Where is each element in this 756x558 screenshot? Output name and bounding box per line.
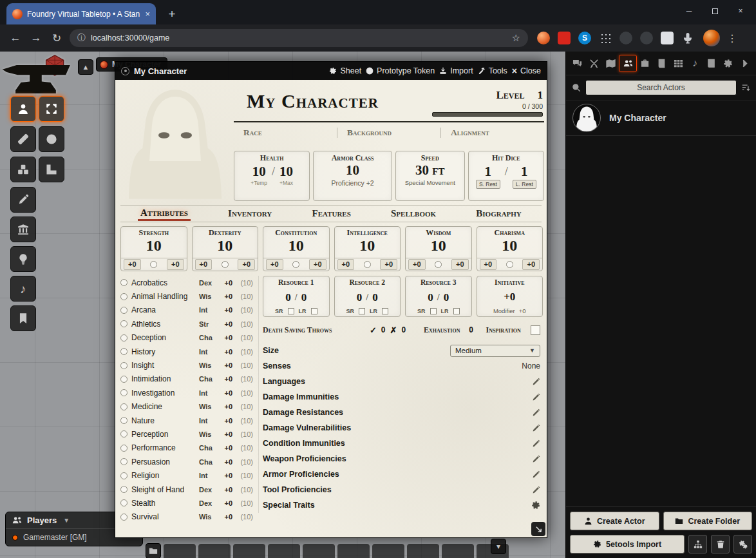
drawings-layer-button[interactable] <box>10 187 36 213</box>
long-rest-button[interactable]: L. Rest <box>513 180 536 189</box>
skill-row[interactable]: StealthDex+0(10) <box>120 496 253 510</box>
macro-slot[interactable] <box>303 544 335 558</box>
save-proficiency-radio[interactable] <box>506 261 513 268</box>
skill-row[interactable]: InsightWis+0(10) <box>120 358 253 372</box>
tab-settings[interactable] <box>720 55 737 72</box>
macro-slot[interactable] <box>164 544 196 558</box>
tab-combat[interactable] <box>586 55 603 72</box>
lr-checkbox[interactable] <box>311 308 317 314</box>
resource-1-box[interactable]: Resource 1 0/0 SRLR <box>263 276 330 317</box>
hotbar-page-button[interactable]: ▾ <box>491 539 506 554</box>
window-close-button[interactable]: × <box>728 1 753 21</box>
browser-menu-icon[interactable]: ⋮ <box>724 32 741 44</box>
tab-attributes[interactable]: Attributes <box>138 207 191 221</box>
tiles-layer-button[interactable] <box>10 157 36 182</box>
proficiency-radio[interactable] <box>120 403 128 410</box>
resource-2-box[interactable]: Resource 2 0/0 SRLR <box>334 276 401 317</box>
edit-trait-button[interactable] <box>532 486 543 494</box>
new-tab-button[interactable]: + <box>164 6 180 23</box>
edit-trait-button[interactable] <box>532 393 543 401</box>
proficiency-radio[interactable] <box>120 514 128 521</box>
proficiency-radio[interactable] <box>120 458 128 465</box>
hit-dice-box[interactable]: Hit Dice 1S. Rest / 1L. Rest <box>468 151 544 201</box>
size-select[interactable]: Medium▼ <box>450 345 540 357</box>
save-proficiency-radio[interactable] <box>435 261 442 268</box>
template-tool-button[interactable] <box>39 126 64 152</box>
skill-row[interactable]: HistoryInt+0(10) <box>120 345 253 358</box>
hd-current[interactable]: 1 <box>485 164 492 178</box>
tab-biography[interactable]: Biography <box>473 207 524 220</box>
create-actor-button[interactable]: Create Actor <box>570 512 659 530</box>
actor-list-item[interactable]: My Character <box>566 101 756 136</box>
skill-row[interactable]: ArcanaInt+0(10) <box>120 303 253 317</box>
tab-inventory[interactable]: Inventory <box>225 207 274 220</box>
sr-checkbox[interactable] <box>288 308 294 314</box>
search-actors-input[interactable] <box>585 80 737 95</box>
tab-actors[interactable] <box>619 55 637 72</box>
ability-constitution[interactable]: Constitution 10 +0+0 <box>263 226 330 271</box>
edit-trait-button[interactable] <box>532 455 543 463</box>
browser-tab[interactable]: Foundry Virtual Tabletop • A Stan × <box>6 3 156 24</box>
tab-features[interactable]: Features <box>310 207 354 220</box>
resource-3-box[interactable]: Resource 3 0/0 SRLR <box>405 276 472 317</box>
tab-compendium[interactable] <box>703 55 720 72</box>
skill-row[interactable]: SurvivalWis+0(10) <box>120 510 253 524</box>
settings-gears-button[interactable] <box>733 535 752 553</box>
ability-strength[interactable]: Strength 10 +0+0 <box>120 226 187 271</box>
health-box[interactable]: Health 10+Temp / 10+Max <box>234 151 310 201</box>
skill-row[interactable]: AcrobaticsDex+0(10) <box>120 276 253 289</box>
hp-tempmax-label[interactable]: +Max <box>279 180 293 186</box>
macro-slot[interactable] <box>442 544 474 558</box>
walls-layer-button[interactable] <box>10 216 36 242</box>
ability-intelligence[interactable]: Intelligence 10 +0+0 <box>334 226 401 271</box>
level-value[interactable]: 1 <box>538 89 543 102</box>
proficiency-radio[interactable] <box>120 320 128 327</box>
sort-filter-icon[interactable] <box>741 83 750 92</box>
select-tool-button[interactable] <box>39 96 64 122</box>
sr-checkbox[interactable] <box>359 308 365 314</box>
reload-button[interactable]: ↻ <box>46 32 67 45</box>
window-resize-handle[interactable] <box>531 522 545 536</box>
tab-journal[interactable] <box>654 55 670 72</box>
skill-row[interactable]: NatureInt+0(10) <box>120 414 253 427</box>
delete-button[interactable] <box>711 535 730 553</box>
hp-max[interactable]: 10 <box>279 164 293 178</box>
microphone-icon[interactable] <box>681 32 694 44</box>
sheet-config-button[interactable]: Sheet <box>329 66 361 75</box>
proficiency-radio[interactable] <box>120 334 128 342</box>
skill-row[interactable]: PersuasionCha+0(10) <box>120 455 253 468</box>
macro-slot[interactable] <box>337 544 370 558</box>
skill-row[interactable]: Animal HandlingWis+0(10) <box>120 289 253 303</box>
close-window-button[interactable]: × Close <box>512 66 541 76</box>
short-rest-button[interactable]: S. Rest <box>476 180 500 189</box>
skill-row[interactable]: PerformanceCha+0(10) <box>120 441 253 455</box>
death-saves-marks[interactable]: ✓ 0 ✗ 0 <box>359 325 416 335</box>
tab-items[interactable] <box>637 55 654 72</box>
proficiency-radio[interactable] <box>120 376 128 383</box>
proficiency-radio[interactable] <box>120 472 128 479</box>
tab-chat[interactable] <box>569 55 586 72</box>
token-layer-button[interactable] <box>10 96 36 122</box>
measure-layer-button[interactable] <box>10 126 36 152</box>
create-folder-button[interactable]: Create Folder <box>663 512 753 530</box>
hp-current[interactable]: 10 <box>252 164 266 178</box>
macro-slot[interactable] <box>198 544 231 558</box>
window-maximize-button[interactable] <box>702 1 728 21</box>
extension-icon-blue[interactable]: S <box>578 32 591 44</box>
sidebar-collapse-button[interactable] <box>736 55 753 72</box>
edit-trait-button[interactable] <box>532 424 543 432</box>
proficiency-radio[interactable] <box>120 307 128 314</box>
extension-icon-dark-2[interactable] <box>640 32 653 44</box>
inspiration-checkbox[interactable] <box>531 325 540 335</box>
nav-collapse-button[interactable]: ▲ <box>78 59 93 75</box>
tab-playlists[interactable]: ♪ <box>686 55 703 72</box>
prototype-token-button[interactable]: Prototype Token <box>366 66 435 75</box>
ability-dexterity[interactable]: Dexterity 10 +0+0 <box>192 226 259 271</box>
import-button[interactable]: Import <box>439 66 473 75</box>
hierarchy-button[interactable] <box>688 535 707 553</box>
proficiency-radio[interactable] <box>120 417 128 424</box>
actor-avatar[interactable] <box>572 104 601 132</box>
alignment-field[interactable]: Alignment <box>440 128 544 138</box>
back-button[interactable]: ← <box>5 32 26 44</box>
special-movement-link[interactable]: Special Movement <box>405 179 455 186</box>
